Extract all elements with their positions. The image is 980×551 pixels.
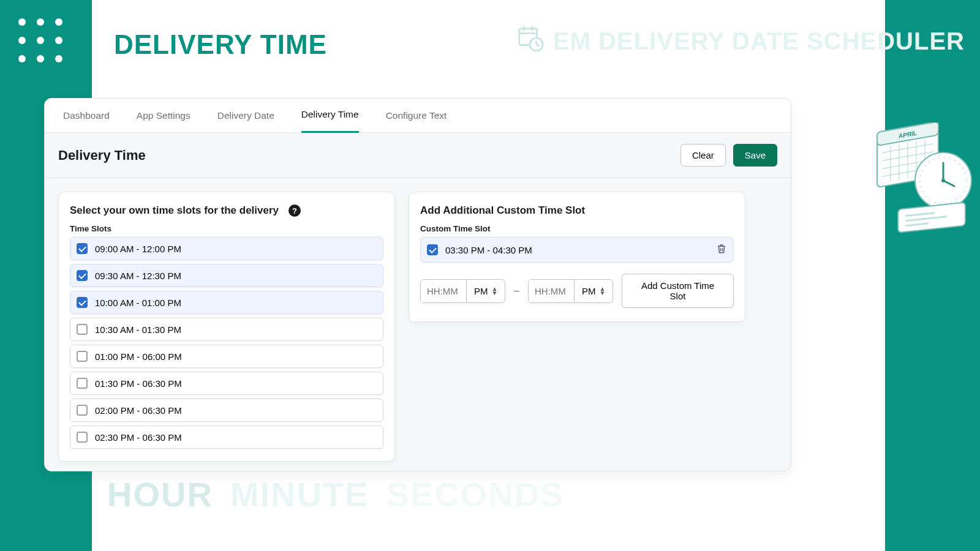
- time-slot-label: 02:30 PM - 06:30 PM: [95, 432, 182, 443]
- faded-hour: HOUR: [107, 474, 213, 514]
- page-heading: Delivery Time: [58, 148, 146, 163]
- custom-slot-label: 03:30 PM - 04:30 PM: [445, 245, 532, 255]
- calendar-clock-illustration: APRIL: [876, 122, 980, 247]
- time-slot-row[interactable]: 02:00 PM - 06:30 PM: [70, 399, 383, 422]
- modal-header: Delivery Time Clear Save: [45, 133, 791, 178]
- time-slot-label: 10:30 AM - 01:30 PM: [95, 324, 181, 335]
- time-slot-label: 10:00 AM - 01:00 PM: [95, 298, 181, 308]
- time-slot-row[interactable]: 09:30 AM - 12:30 PM: [70, 264, 383, 287]
- start-ampm-select[interactable]: PM ▲▼: [466, 280, 505, 302]
- time-slot-label: 09:00 AM - 12:00 PM: [95, 244, 181, 254]
- banner-title: DELIVERY TIME: [114, 29, 327, 60]
- sort-caret-icon: ▲▼: [492, 287, 498, 295]
- tab-configure-text[interactable]: Configure Text: [386, 99, 447, 133]
- time-slot-checkbox[interactable]: [77, 378, 88, 389]
- time-slot-label: 09:30 AM - 12:30 PM: [95, 271, 181, 281]
- time-slots-title: Select your own time slots for the deliv…: [70, 204, 279, 217]
- sort-caret-icon: ▲▼: [600, 287, 606, 295]
- time-slot-checkbox[interactable]: [77, 432, 88, 443]
- time-slot-row[interactable]: 10:00 AM - 01:00 PM: [70, 291, 383, 314]
- dots-br: [905, 470, 949, 514]
- settings-modal: DashboardApp SettingsDelivery DateDelive…: [44, 98, 791, 471]
- time-slot-checkbox[interactable]: [77, 243, 88, 254]
- time-slot-label: 02:00 PM - 06:30 PM: [95, 405, 182, 416]
- tab-app-settings[interactable]: App Settings: [137, 99, 190, 133]
- dots-tl: [18, 18, 62, 62]
- custom-slot-row: 03:30 PM - 04:30 PM: [420, 237, 734, 263]
- time-slot-row[interactable]: 09:00 AM - 12:00 PM: [70, 237, 383, 260]
- end-ampm-value: PM: [582, 286, 596, 296]
- time-slot-checkbox[interactable]: [77, 324, 88, 335]
- svg-point-22: [941, 179, 945, 182]
- banner-brand-text: EM DELIVERY DATE SCHEDULER: [553, 28, 965, 55]
- time-slot-checkbox[interactable]: [77, 297, 88, 308]
- custom-slot-subhead: Custom Time Slot: [420, 224, 734, 233]
- time-slots-list: 09:00 AM - 12:00 PM09:30 AM - 12:30 PM10…: [70, 237, 383, 449]
- time-slot-row[interactable]: 10:30 AM - 01:30 PM: [70, 318, 383, 341]
- time-slot-row[interactable]: 01:00 PM - 06:00 PM: [70, 345, 383, 368]
- time-range-dash: –: [514, 285, 519, 296]
- tab-delivery-time[interactable]: Delivery Time: [301, 99, 359, 133]
- add-custom-slot-button[interactable]: Add Custom Time Slot: [622, 274, 734, 308]
- tab-bar: DashboardApp SettingsDelivery DateDelive…: [45, 99, 791, 133]
- time-slot-label: 01:00 PM - 06:00 PM: [95, 351, 182, 362]
- time-slot-checkbox[interactable]: [77, 270, 88, 281]
- tab-dashboard[interactable]: Dashboard: [63, 99, 110, 133]
- time-slots-card: Select your own time slots for the deliv…: [58, 192, 395, 462]
- help-icon[interactable]: ?: [288, 204, 301, 217]
- custom-slot-checkbox[interactable]: [427, 244, 438, 255]
- save-button[interactable]: Save: [733, 144, 777, 167]
- end-time-input[interactable]: [529, 280, 574, 302]
- start-ampm-value: PM: [474, 286, 488, 296]
- bg-bar-right: [885, 0, 980, 551]
- end-time-group: PM ▲▼: [528, 279, 613, 303]
- time-slot-checkbox[interactable]: [77, 351, 88, 362]
- banner-brand: EM DELIVERY DATE SCHEDULER: [516, 24, 965, 58]
- time-slots-subhead: Time Slots: [70, 224, 383, 233]
- faded-words: HOUR MINUTE SECONDS: [107, 474, 564, 514]
- calendar-clock-icon: [516, 24, 545, 58]
- faded-second: SECONDS: [386, 474, 565, 514]
- tab-delivery-date[interactable]: Delivery Date: [217, 99, 274, 133]
- time-slot-checkbox[interactable]: [77, 405, 88, 416]
- start-time-input[interactable]: [421, 280, 466, 302]
- time-slot-row[interactable]: 02:30 PM - 06:30 PM: [70, 425, 383, 449]
- time-slot-label: 01:30 PM - 06:30 PM: [95, 378, 182, 389]
- start-time-group: PM ▲▼: [420, 279, 505, 303]
- faded-minute: MINUTE: [230, 474, 369, 514]
- time-slot-row[interactable]: 01:30 PM - 06:30 PM: [70, 372, 383, 395]
- custom-slot-card: Add Additional Custom Time Slot Custom T…: [409, 192, 745, 322]
- clear-button[interactable]: Clear: [680, 144, 726, 167]
- trash-icon[interactable]: [716, 243, 727, 257]
- custom-slot-title: Add Additional Custom Time Slot: [420, 204, 734, 217]
- end-ampm-select[interactable]: PM ▲▼: [574, 280, 612, 302]
